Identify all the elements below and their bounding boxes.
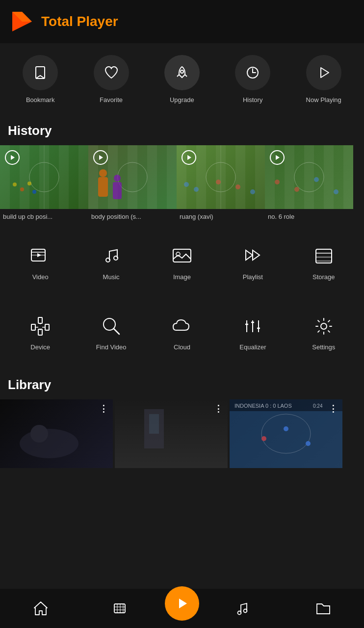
bottom-nav bbox=[0, 589, 364, 628]
library-item-3[interactable]: INDONESIA 0 : 0 LAOS 0:24 ⋮ bbox=[230, 399, 342, 468]
settings-icon bbox=[313, 315, 335, 337]
svg-marker-18 bbox=[99, 155, 103, 160]
video-nav-icon bbox=[113, 600, 130, 617]
library-item-2-more[interactable]: ⋮ bbox=[214, 404, 223, 413]
history-item-4[interactable]: no. 6 role bbox=[265, 145, 353, 222]
svg-point-22 bbox=[194, 187, 199, 192]
history-label-2: body position (s... bbox=[88, 209, 177, 222]
library-title: Library bbox=[0, 367, 364, 399]
nav-home[interactable] bbox=[0, 589, 81, 628]
history-item-3[interactable]: ruang (xavi) bbox=[177, 145, 265, 222]
svg-point-24 bbox=[235, 184, 240, 189]
library-item-3-more[interactable]: ⋮ bbox=[329, 404, 338, 413]
upgrade-label: Upgrade bbox=[170, 96, 194, 104]
nav-play-center[interactable] bbox=[162, 589, 202, 628]
cloud-label: Cloud bbox=[174, 343, 190, 351]
svg-point-3 bbox=[181, 70, 183, 73]
svg-point-64 bbox=[20, 429, 78, 458]
svg-marker-76 bbox=[34, 602, 47, 615]
svg-marker-5 bbox=[321, 68, 329, 78]
nav-video[interactable] bbox=[81, 589, 163, 628]
equalizer-label: Equalizer bbox=[239, 343, 266, 351]
svg-point-73 bbox=[261, 436, 266, 441]
history-item-2[interactable]: body position (s... bbox=[88, 145, 177, 222]
equalizer-icon bbox=[242, 315, 263, 337]
svg-rect-77 bbox=[114, 604, 125, 613]
image-label: Image bbox=[173, 273, 191, 281]
media-playlist[interactable]: Playlist bbox=[217, 237, 288, 288]
media-equalizer[interactable]: Equalizer bbox=[217, 307, 288, 358]
svg-point-75 bbox=[306, 441, 311, 446]
svg-text:INDONESIA 0 : 0 LAOS: INDONESIA 0 : 0 LAOS bbox=[234, 403, 292, 409]
media-music[interactable]: Music bbox=[76, 237, 146, 288]
device-label: Device bbox=[30, 343, 50, 351]
svg-point-8 bbox=[13, 183, 17, 186]
action-favorite[interactable]: Favorite bbox=[94, 55, 129, 104]
favorite-label: Favorite bbox=[100, 96, 123, 104]
action-history[interactable]: History bbox=[235, 55, 270, 104]
svg-line-56 bbox=[114, 329, 119, 334]
svg-rect-48 bbox=[31, 324, 35, 330]
action-now-playing[interactable]: Now Playing bbox=[306, 55, 341, 104]
now-playing-label: Now Playing bbox=[306, 96, 341, 104]
play-center-icon bbox=[175, 597, 189, 610]
history-label-3: ruang (xavi) bbox=[177, 209, 265, 222]
media-image[interactable]: Image bbox=[147, 237, 217, 288]
history-title: History bbox=[0, 113, 364, 145]
action-upgrade[interactable]: Upgrade bbox=[164, 55, 200, 104]
heart-icon bbox=[104, 65, 119, 80]
svg-point-31 bbox=[334, 189, 338, 194]
clock-icon bbox=[245, 65, 260, 80]
media-find-video[interactable]: Find Video bbox=[76, 307, 146, 358]
svg-point-30 bbox=[314, 177, 319, 182]
svg-marker-41 bbox=[246, 250, 253, 260]
action-bookmark[interactable]: Bookmark bbox=[23, 55, 58, 104]
svg-point-74 bbox=[284, 426, 288, 431]
library-item-1[interactable]: ⋮ bbox=[0, 399, 113, 468]
image-icon bbox=[171, 245, 193, 267]
svg-point-21 bbox=[184, 182, 189, 187]
svg-point-25 bbox=[250, 189, 255, 194]
library-item-1-more[interactable]: ⋮ bbox=[99, 404, 108, 413]
media-settings[interactable]: Settings bbox=[288, 307, 359, 358]
media-cloud[interactable]: Cloud bbox=[147, 307, 217, 358]
music-nav-icon bbox=[234, 600, 251, 617]
media-device[interactable]: Device bbox=[5, 307, 76, 358]
play-center-button[interactable] bbox=[165, 586, 199, 621]
svg-rect-39 bbox=[173, 249, 191, 262]
quick-actions-bar: Bookmark Favorite Upgrade bbox=[0, 43, 364, 113]
now-playing-circle bbox=[306, 55, 341, 90]
svg-point-65 bbox=[30, 425, 48, 443]
media-storage[interactable]: Storage bbox=[288, 237, 359, 288]
storage-icon bbox=[313, 245, 335, 267]
nav-music[interactable] bbox=[202, 589, 283, 628]
device-icon bbox=[29, 315, 51, 337]
history-section: History b bbox=[0, 113, 364, 227]
find-video-label: Find Video bbox=[96, 343, 127, 351]
play-icon bbox=[316, 65, 332, 80]
history-label-4: no. 6 role bbox=[265, 209, 353, 222]
svg-marker-26 bbox=[187, 155, 191, 160]
media-grid-row2: Device Find Video Cloud bbox=[0, 297, 364, 367]
app-logo-icon bbox=[10, 9, 34, 34]
library-item-2[interactable]: ⋮ bbox=[115, 399, 228, 468]
svg-marker-36 bbox=[37, 253, 41, 257]
history-item-1[interactable]: build up cb posi... bbox=[0, 145, 88, 222]
files-nav-icon bbox=[315, 600, 332, 617]
svg-rect-47 bbox=[38, 317, 42, 323]
svg-marker-42 bbox=[253, 250, 260, 260]
music-icon bbox=[101, 245, 122, 267]
history-scroll: build up cb posi... body po bbox=[0, 145, 364, 227]
svg-rect-67 bbox=[149, 414, 159, 434]
library-scroll: ⋮ ⋮ INDONESIA 0 : 0 LAOS 0:24 bbox=[0, 399, 364, 473]
svg-text:0:24: 0:24 bbox=[313, 403, 323, 409]
svg-marker-83 bbox=[179, 599, 187, 608]
home-icon bbox=[32, 600, 49, 617]
svg-rect-49 bbox=[45, 324, 49, 330]
nav-files[interactable] bbox=[283, 589, 364, 628]
library-section: Library ⋮ ⋮ bbox=[0, 367, 364, 473]
history-label: History bbox=[243, 96, 262, 104]
svg-marker-12 bbox=[11, 155, 15, 160]
media-video[interactable]: Video bbox=[5, 237, 76, 288]
playlist-label: Playlist bbox=[243, 273, 263, 281]
